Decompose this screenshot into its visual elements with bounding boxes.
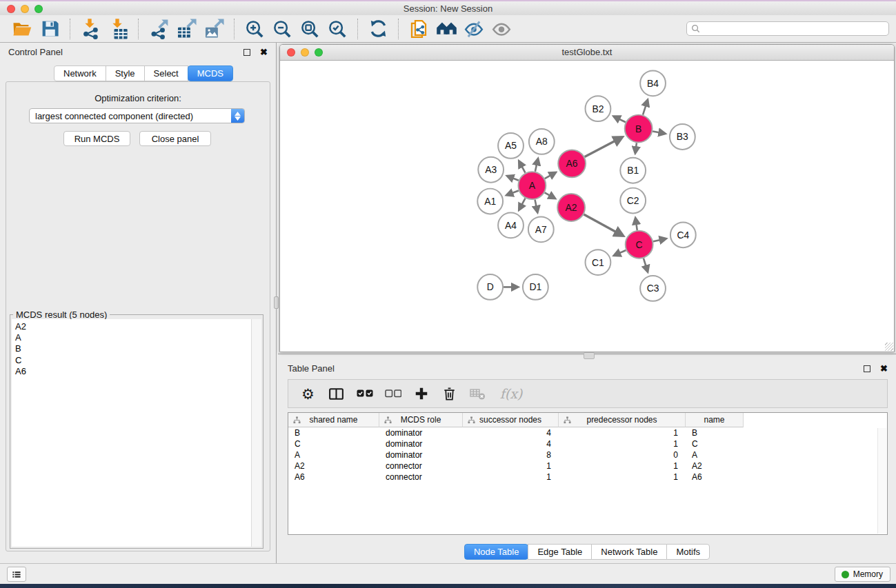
- result-item[interactable]: B: [15, 343, 248, 354]
- graph-edge-A-A7[interactable]: [535, 200, 538, 212]
- clone-network-button[interactable]: [405, 17, 432, 41]
- zoom-selected-button[interactable]: [323, 17, 351, 41]
- export-image-button[interactable]: [200, 17, 228, 41]
- function-builder-button[interactable]: f(x): [493, 382, 529, 405]
- deselect-all-button[interactable]: [380, 382, 406, 405]
- close-panel-button[interactable]: Close panel: [139, 131, 211, 146]
- close-panel-icon[interactable]: ✖: [260, 49, 268, 56]
- open-session-button[interactable]: [8, 17, 36, 41]
- result-item[interactable]: A6: [15, 366, 248, 377]
- float-panel-icon[interactable]: [864, 365, 870, 372]
- graph-edge-A6-B[interactable]: [585, 137, 622, 156]
- graph-edge-C-C1[interactable]: [614, 250, 626, 256]
- graph-node-A3[interactable]: A3: [478, 157, 504, 183]
- graph-edge-A-A8[interactable]: [535, 159, 538, 172]
- float-panel-icon[interactable]: [243, 49, 250, 56]
- graph-edge-C-C4[interactable]: [653, 239, 666, 241]
- tab-network[interactable]: Network: [54, 65, 106, 81]
- graph-node-B2[interactable]: B2: [586, 96, 611, 121]
- graph-edge-A2-C[interactable]: [584, 214, 623, 236]
- network-canvas[interactable]: B4B2BB3B1A5A8A6A3AC2A1A2A4A7C4CC1C3DD1: [280, 61, 894, 352]
- graph-edge-B-B2[interactable]: [614, 116, 626, 122]
- graph-node-A7[interactable]: A7: [528, 216, 554, 242]
- tab-mcds[interactable]: MCDS: [188, 65, 233, 81]
- zoom-in-button[interactable]: [241, 17, 268, 41]
- task-history-button[interactable]: [7, 567, 26, 582]
- tab-style[interactable]: Style: [106, 65, 145, 81]
- graph-edge-B-B4[interactable]: [643, 100, 648, 115]
- tab-edge-table[interactable]: Edge Table: [528, 544, 592, 560]
- graph-edge-A-A2[interactable]: [545, 192, 555, 198]
- table-settings-button[interactable]: ⚙: [295, 382, 321, 405]
- graph-node-A2[interactable]: A2: [557, 194, 585, 221]
- network-graph[interactable]: B4B2BB3B1A5A8A6A3AC2A1A2A4A7C4CC1C3DD1: [280, 61, 894, 352]
- graph-node-C1[interactable]: C1: [586, 250, 611, 275]
- export-network-button[interactable]: [145, 17, 172, 41]
- run-mcds-button[interactable]: Run MCDS: [63, 131, 130, 146]
- graph-node-B[interactable]: B: [625, 115, 653, 143]
- show-graphics-details-button[interactable]: [488, 17, 515, 41]
- graph-node-C3[interactable]: C3: [640, 276, 666, 301]
- result-item[interactable]: A: [15, 332, 248, 343]
- search-input[interactable]: [703, 23, 888, 35]
- zoom-fit-button[interactable]: [296, 17, 323, 41]
- graph-node-A6[interactable]: A6: [558, 150, 586, 177]
- add-column-button[interactable]: [408, 382, 434, 405]
- graph-edge-C-C2[interactable]: [635, 218, 637, 230]
- graph-node-A5[interactable]: A5: [498, 133, 524, 159]
- column-header-name[interactable]: name: [686, 413, 744, 427]
- graph-node-D[interactable]: D: [477, 274, 503, 300]
- select-all-button[interactable]: [352, 382, 377, 405]
- result-item[interactable]: C: [15, 355, 248, 366]
- graph-node-A[interactable]: A: [518, 172, 546, 199]
- table-row[interactable]: C dominator 4 1 C: [288, 438, 887, 449]
- result-item[interactable]: A2: [15, 321, 248, 332]
- graph-node-B4[interactable]: B4: [640, 70, 666, 96]
- tab-motifs[interactable]: Motifs: [666, 544, 710, 560]
- column-header-mcds-role[interactable]: MCDS role: [379, 413, 463, 427]
- graph-edge-A-A3[interactable]: [507, 176, 519, 180]
- close-panel-icon[interactable]: ✖: [880, 365, 888, 372]
- horizontal-divider[interactable]: [278, 352, 896, 359]
- resize-grip-icon[interactable]: [885, 343, 893, 351]
- delete-table-button[interactable]: [465, 382, 490, 405]
- graph-edge-A-A5[interactable]: [519, 161, 525, 173]
- graph-node-C[interactable]: C: [626, 231, 653, 258]
- divider-handle[interactable]: [584, 352, 595, 359]
- graph-node-C4[interactable]: C4: [670, 222, 696, 247]
- memory-button[interactable]: Memory: [835, 567, 890, 582]
- delete-column-button[interactable]: [437, 382, 462, 405]
- graph-edge-A-A4[interactable]: [519, 199, 525, 210]
- column-view-button[interactable]: [323, 382, 349, 405]
- refresh-button[interactable]: [364, 17, 392, 41]
- graph-edge-C-C3[interactable]: [644, 258, 648, 272]
- export-table-button[interactable]: [172, 17, 200, 41]
- graph-edge-A-A1[interactable]: [506, 191, 518, 196]
- tab-node-table[interactable]: Node Table: [464, 544, 529, 560]
- column-header-successor-nodes[interactable]: successor nodes: [463, 413, 559, 427]
- tab-select[interactable]: Select: [144, 65, 188, 81]
- graph-node-B1[interactable]: B1: [620, 158, 646, 183]
- graph-node-B3[interactable]: B3: [670, 124, 695, 150]
- column-header-predecessor-nodes[interactable]: predecessor nodes: [559, 413, 686, 427]
- graph-node-D1[interactable]: D1: [523, 274, 548, 300]
- table-row[interactable]: A dominator 8 0 A: [288, 449, 887, 460]
- import-network-button[interactable]: [77, 17, 104, 41]
- table-row[interactable]: A2 connector 1 1 A2: [288, 460, 887, 472]
- tab-network-table[interactable]: Network Table: [591, 544, 667, 560]
- graph-node-C2[interactable]: C2: [620, 188, 646, 214]
- table-row[interactable]: A6 connector 1 1 A6: [288, 472, 887, 483]
- graph-edge-B-B3[interactable]: [653, 131, 665, 133]
- home-button[interactable]: [432, 17, 460, 41]
- table-row[interactable]: B dominator 4 1 B: [288, 427, 887, 438]
- graph-node-A4[interactable]: A4: [498, 212, 524, 238]
- hide-graphics-details-button[interactable]: [460, 17, 488, 41]
- result-scrollbar[interactable]: [251, 319, 261, 547]
- save-session-button[interactable]: [36, 17, 63, 41]
- criterion-dropdown[interactable]: largest connected component (directed): [29, 108, 245, 123]
- graph-node-A8[interactable]: A8: [529, 129, 555, 154]
- zoom-out-button[interactable]: [268, 17, 296, 41]
- import-table-button[interactable]: [104, 17, 132, 41]
- graph-node-A1[interactable]: A1: [477, 189, 503, 214]
- table-scrollbar[interactable]: [877, 428, 886, 534]
